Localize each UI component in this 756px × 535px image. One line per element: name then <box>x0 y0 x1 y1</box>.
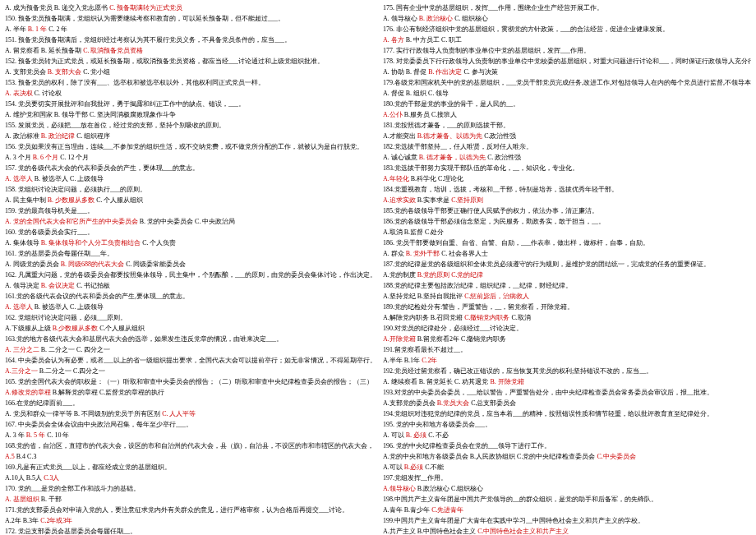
question-line: 193.对党的中央委员会委员，___给以警告，严重警告处分，由中央纪律检查委员会… <box>383 388 751 398</box>
question-line: A. 选举人 B. 被选举人 C. 上级领导 <box>5 302 373 312</box>
question-line: 153. 预备党员的权利，除了没有___、选举权和被选举权以外，其他权利同正式党… <box>5 78 373 88</box>
question-line: A. 领导核心 B. 政治核心 C. 组织核心 <box>383 14 751 24</box>
question-line: 170. 党的___是党的全部工作和战斗力的基础。 <box>5 484 373 494</box>
question-line: A. 3 个月 B. 6 个月 C. 12 个月 <box>5 153 373 163</box>
question-line: A.解除党内职务 B.召回党籍 C.撤销党内职务 C.取消 <box>383 313 751 323</box>
question-line: 151. 预备党员预备期满后，党组织经过考察认为其不履行党员义务，不具备党员条件… <box>5 35 373 45</box>
question-line: 169.凡是有正式党员___以上，都应经成立党的基层组织。 <box>5 463 373 473</box>
question-line: 155. 发展党员，必须把___放在首位，经过党的支部，坚持个别吸收的原则。 <box>5 121 373 131</box>
question-line: 180.党的干部是党的事业的骨干，是人民的__。 <box>383 99 751 109</box>
question-line: A. 基层组织 B. 干部 <box>5 495 373 505</box>
question-line: A.修改党的章程 B.解释党的章程 C.监督党的章程的执行 <box>5 388 373 398</box>
question-line: 191.留党察看最长不超过__。 <box>383 345 751 355</box>
question-line: 179.各级党和国家机关中的党的基层组织，___党员干部党员完成任务,改进工作,… <box>383 78 751 88</box>
question-line: A. 留党察看 B. 延长预备期 C. 取消预备党员资格 <box>5 46 373 56</box>
question-line: 185.党的各级领导干部要正确行使人民赋予的权力，依法办事，清正廉洁。 <box>383 206 751 216</box>
question-line: 198.中国共产主义青年团是中国共产党领导的__的群众组织，是党的助手和后备军，… <box>383 495 751 505</box>
left-column: A. 成为预备党员 B. 递交入党志愿书 C. 预备期满转为正式党员150. 预… <box>5 3 373 535</box>
question-line: A. 成为预备党员 B. 递交入党志愿书 C. 预备期满转为正式党员 <box>5 3 373 13</box>
question-line: 190.对党员的纪律处分，必须经过___讨论决定。 <box>383 324 751 334</box>
question-line: A.领导核心 B.政治核心 C.组织核心 <box>383 484 751 494</box>
question-line: 172. 党总支部委员会基层委员会每届任期__。 <box>5 527 373 535</box>
question-line: 188.党的纪律主要包括政治纪律，组织纪律，__纪律，财经纪律。 <box>383 281 751 291</box>
question-line: 197.党组发挥__作用。 <box>383 473 751 483</box>
question-line: 178. 对党委委员下行行政领导人负责制的事业单位中党校委的基层组织，对重大问题… <box>383 57 751 67</box>
question-line: A.开除党籍 B.留党察看2年 C.撤销党内职务 <box>383 334 751 344</box>
question-line: 162. 凡属重大问题，党的各级委员会都要按照集体领导，民主集中，个别酝酿，__… <box>5 270 373 280</box>
question-line: 154. 党员要切实开展批评和自我批评，勇于揭露和纠正工作中的缺点、错误，___… <box>5 99 373 109</box>
question-line: A.2年 B.3年 C.2年或3年 <box>5 516 373 526</box>
question-line: A. 群众 B. 党外干部 C. 社会各界人士 <box>383 249 751 259</box>
question-line: 165. 党的全国代表大会的职权是：（一）听取和审查中央委员会的报告；（二）听取… <box>5 377 373 387</box>
question-line: A. 各方 B. 中方员工 C. 职工 <box>383 35 751 45</box>
question-line: 183.党选拔干部努力实现干部队伍的革命化，__，知识化，专业化。 <box>383 164 751 173</box>
question-line: A.年轻化 B.科学化 C.理论化 <box>383 174 751 184</box>
question-line: A. 继续察看 B. 留党延长 C. 劝其退党 B. 开除党籍 <box>383 377 751 387</box>
question-line: A.青年 B.青少年 C.先进青年 <box>383 505 751 515</box>
question-line: 166.在党的纪律面前___。 <box>5 399 373 408</box>
question-line: 194.党组织对违犯党的纪律的党员，应当本着___的精神，按照错误性质和情节轻重… <box>383 409 751 419</box>
question-line: A.半年 B.1年 C.2年 <box>383 356 751 366</box>
question-line: 181.党按照德才兼备，___的原则选拔干部。 <box>383 121 751 131</box>
question-line: A. 三分之二 B. 二分之一 C. 四分之一 <box>5 345 373 355</box>
question-line: A. 民主集中制 B. 少数服从多数 C. 个人服从组织 <box>5 196 373 205</box>
question-line: 162. 党组织讨论决定问题，必须___原则。 <box>5 313 373 323</box>
question-line: A. 集体领导 B. 集体领导和个人分工负责相结合 C. 个人负责 <box>5 238 373 248</box>
question-line: 159. 党的最高领导机关是___。 <box>5 206 373 216</box>
question-line: A. 选举人 B. 被选举人 C. 上级领导 <box>5 174 373 184</box>
question-line: A.党的中央和地方各级委员会 B.人民政协组织 C.党的中央纪律检查委员会 C.… <box>383 452 751 462</box>
question-line: 186. 党员干部要做到自重、自省、自警、自励，___作表率，做出样，做标杆，自… <box>383 238 751 248</box>
question-line: 192.党员经过留党察看，确已改正错误的，应当恢复其党员的权利;坚持错误不改的，… <box>383 367 751 376</box>
question-line: A.才能突出 B.德才兼备、以德为先 C.政治性强 <box>383 131 751 141</box>
question-line: A. 诚心诚意 B. 德才兼备，以德为先 C. 政治性强 <box>383 153 751 163</box>
question-line: A. 督促 B. 组织 C. 领导 <box>383 89 751 99</box>
question-line: 176. 非公有制经济组织中党的基层组织，贯彻党的方针政策，___的合法经营，促… <box>383 25 751 35</box>
question-line: 157. 党的各级代表大会的代表和委员会的产生，要体现___的意志。 <box>5 164 373 173</box>
question-line: A.可以 B.必须 C.不能 <box>383 463 751 473</box>
question-line: A.坚持党纪 B.坚持自我批评 C.惩前毖后，治病救人 <box>383 292 751 302</box>
question-line: 161. 党的基层委员会每届任期___年。 <box>5 249 373 259</box>
question-line: 163.党的地方各级代表大会和基层代表大会的选举，如果发生违反党章的情况，由谁来… <box>5 334 373 344</box>
question-line: 184.党重视教育，培训，选拔，考核和__干部，特别是培养，选拔优秀年轻干部。 <box>383 185 751 195</box>
question-line: 156. 党员如果没有正当理由，连续___不参加党的组织生活，或不交纳党费，或不… <box>5 142 373 152</box>
question-line: A.三分之一 B.二分之一 C.四分之一 <box>5 367 373 376</box>
question-line: A.取消 B.监督 C.处分 <box>383 228 751 238</box>
question-line: A.共产主义 B.中国特色社会主义 C.中国特色社会主义和共产主义 <box>383 527 751 535</box>
question-line: A. 党员和群众一律平等 B. 不同级别的党员于所有区别 C. 人人平等 <box>5 409 373 419</box>
question-line: 195. 党的中央和地方各级委员会___。 <box>383 420 751 430</box>
question-line: A. 领导决定 B. 会议决定 C. 书记拍板 <box>5 281 373 291</box>
question-line: 171.党的支部委员会对申请入党的人，要注意征求党内外有关群众的意见，进行严格审… <box>5 505 373 515</box>
question-line: A. 表决权 C. 讨论权 <box>5 89 373 99</box>
question-line: A.支部党的委员会 B.党员大会 C.总支部委员会 <box>383 399 751 408</box>
question-line: 189.党的纪检处分有:警告，严重警告，__，留党察看，开除党籍。 <box>383 302 751 312</box>
question-line: A. 半年 B. 1 年 C. 2 年 <box>5 25 373 35</box>
question-line: A.下级服从上级 B.少数服从多数 C.个人服从组织 <box>5 324 373 334</box>
question-line: 175. 国有企业中党的基层组织，发挥___作用，围绕企业生产经营开展工作。 <box>383 3 751 13</box>
question-line: 187.党的纪律是党的各级组织和全体党员必须遵守的行为规则，是维护党的团结统一，… <box>383 260 751 270</box>
question-line: 186.党的各级领导干部必须信念坚定，为民服务，勤政务实，敢于担当，__。 <box>383 217 751 227</box>
question-line: 177. 实行行政领导人负责制的事业单位中党的基层组织，发挥___作用。 <box>383 46 751 56</box>
question-line: A. 同级党的委员会 B. 同级688的代表大会 C. 同级委常能委员会 <box>5 260 373 270</box>
question-line: 164. 中央委员会认为有必要，或者___以上的省一级组织提出要求，全国代表大会… <box>5 356 373 366</box>
question-line: A. 可以 B. 必须 C. 不必 <box>383 431 751 440</box>
question-line: A.10人 B.5人 C.3人 <box>5 473 373 483</box>
question-line: 182.党选拔干部坚持__，任人唯贤，反对任人唯亲。 <box>383 142 751 152</box>
question-line: 161.党的各级代表会议的代表和委员会的产生,要体现__的意志。 <box>5 292 373 302</box>
question-line: 167. 中央委员会全体会议由中央政治局召集，每年至少举行___。 <box>5 420 373 430</box>
question-line: A. 3 年 B. 5 年 C. 10 年 <box>5 431 373 440</box>
question-line: A.5 B.4 C.3 <box>5 452 373 462</box>
question-line: A.追求实效 B.实事求是 C.坚持原则 <box>383 196 751 205</box>
question-line: A. 政治标准 B. 政治纪律 C. 组织程序 <box>5 131 373 141</box>
question-line: 160. 党的各级委员会实行___。 <box>5 228 373 238</box>
question-line: 152. 预备党员转为正式党员，或延长预备期，或取消预备党员资格，都应当经___… <box>5 57 373 67</box>
question-line: 158. 党组织讨论决定问题，必须执行___的原则。 <box>5 185 373 195</box>
question-line: 168.党的省，自治区，直辖市的代表大会，设区的市和自治州的代表大会，县（旗)，… <box>5 441 373 451</box>
question-line: 196. 党的中央纪律检查委员会在党的___领导下进行工作。 <box>383 441 751 451</box>
question-line: A. 党的全国代表大会和它所产生的中央委员会 B. 党的中央委员会 C. 中央政… <box>5 217 373 227</box>
right-column: 175. 国有企业中党的基层组织，发挥___作用，围绕企业生产经营开展工作。A.… <box>383 3 751 535</box>
question-line: 199.中国共产主义青年团是广大青年在实践中学习__中国特色社会主义和共产主义的… <box>383 516 751 526</box>
question-line: A.党的制度 B.党的原则 C.党的纪律 <box>383 270 751 280</box>
question-line: A.公仆 B.服务员 C.接班人 <box>383 110 751 120</box>
question-line: 150. 预备党员预备期满，党组织认为需要继续考察和教育的，可以延长预备期，但不… <box>5 14 373 24</box>
question-line: A. 维护党和国家 B. 领导干部 C. 坚决同消极腐败现象作斗争 <box>5 110 373 120</box>
